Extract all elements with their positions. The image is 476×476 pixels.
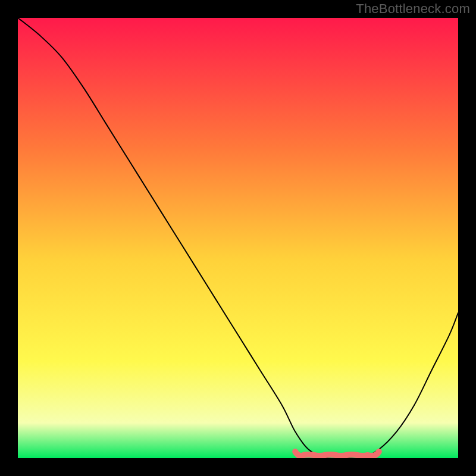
gradient-background: [18, 18, 458, 458]
chart-frame: TheBottleneck.com: [0, 0, 476, 476]
chart-plot-area: [18, 18, 458, 458]
watermark-text: TheBottleneck.com: [356, 1, 470, 17]
chart-svg: [18, 18, 458, 458]
